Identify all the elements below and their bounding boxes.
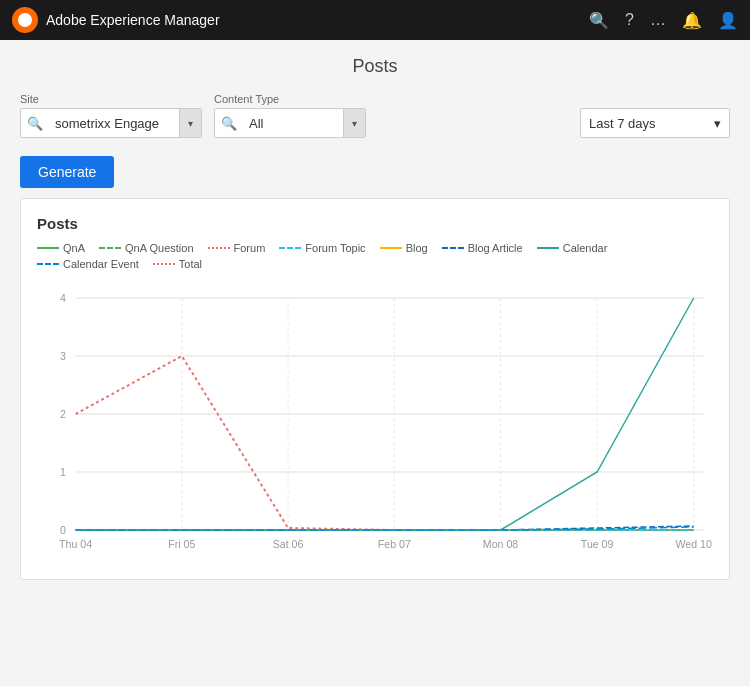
legend-label-calendar: Calendar (563, 242, 608, 254)
site-input[interactable] (49, 116, 179, 131)
nav-icons-area: 🔍 ? … 🔔 👤 (589, 11, 738, 30)
legend-label-blog: Blog (406, 242, 428, 254)
svg-text:Mon 08: Mon 08 (483, 538, 518, 550)
svg-text:0: 0 (60, 524, 66, 536)
page-title: Posts (20, 56, 730, 77)
legend-line-forum (208, 247, 230, 249)
bell-icon[interactable]: 🔔 (682, 11, 702, 30)
content-type-dropdown-btn[interactable]: ▾ (343, 109, 365, 137)
aem-logo (12, 7, 38, 33)
legend-item-blog-article: Blog Article (442, 242, 523, 254)
legend-line-calendar-event (37, 263, 59, 265)
legend-line-calendar (537, 247, 559, 249)
top-nav: Adobe Experience Manager 🔍 ? … 🔔 👤 (0, 0, 750, 40)
content-type-filter-group: Content Type 🔍 ▾ (214, 93, 366, 138)
date-range-value: Last 7 days (589, 116, 656, 131)
site-filter-group: Site 🔍 ▾ (20, 93, 202, 138)
main-content: Posts Site 🔍 ▾ Content Type 🔍 ▾ Last 7 d… (0, 40, 750, 596)
chart-card: Posts QnA QnA Question Forum Forum Topic (20, 198, 730, 580)
legend-label-forum: Forum (234, 242, 266, 254)
legend-line-qna (37, 247, 59, 249)
svg-text:3: 3 (60, 350, 66, 362)
svg-text:Thu 04: Thu 04 (59, 538, 92, 550)
total-line (76, 356, 694, 530)
aem-logo-inner (18, 13, 32, 27)
legend-line-forum-topic (279, 247, 301, 249)
site-filter-label: Site (20, 93, 202, 105)
svg-text:4: 4 (60, 292, 66, 304)
date-range-select[interactable]: Last 7 days ▾ (580, 108, 730, 138)
chart-legend: QnA QnA Question Forum Forum Topic Blog … (37, 242, 713, 270)
content-type-input-wrap: 🔍 ▾ (214, 108, 366, 138)
legend-item-calendar: Calendar (537, 242, 608, 254)
app-title: Adobe Experience Manager (46, 12, 220, 28)
filters-row: Site 🔍 ▾ Content Type 🔍 ▾ Last 7 days ▾ (20, 93, 730, 138)
legend-item-blog: Blog (380, 242, 428, 254)
chart-svg-wrap: 0 1 2 3 4 (37, 280, 713, 563)
legend-item-total: Total (153, 258, 202, 270)
site-filter-input-wrap: 🔍 ▾ (20, 108, 202, 138)
legend-item-forum-topic: Forum Topic (279, 242, 365, 254)
svg-text:Sat 06: Sat 06 (273, 538, 304, 550)
legend-line-qna-question (99, 247, 121, 249)
legend-label-forum-topic: Forum Topic (305, 242, 365, 254)
help-icon[interactable]: ? (625, 11, 634, 29)
content-type-label: Content Type (214, 93, 366, 105)
user-icon[interactable]: 👤 (718, 11, 738, 30)
apps-icon[interactable]: … (650, 11, 666, 29)
nav-logo-area: Adobe Experience Manager (12, 7, 220, 33)
site-search-icon: 🔍 (21, 116, 49, 131)
legend-label-blog-article: Blog Article (468, 242, 523, 254)
chart-title: Posts (37, 215, 713, 232)
svg-text:2: 2 (60, 408, 66, 420)
date-range-chevron-icon: ▾ (714, 116, 721, 131)
generate-button[interactable]: Generate (20, 156, 114, 188)
legend-item-forum: Forum (208, 242, 266, 254)
svg-text:1: 1 (60, 466, 66, 478)
legend-item-qna: QnA (37, 242, 85, 254)
legend-label-calendar-event: Calendar Event (63, 258, 139, 270)
content-type-input[interactable] (243, 116, 343, 131)
search-icon[interactable]: 🔍 (589, 11, 609, 30)
svg-text:Wed 10: Wed 10 (676, 538, 712, 550)
legend-item-qna-question: QnA Question (99, 242, 194, 254)
legend-label-qna: QnA (63, 242, 85, 254)
svg-text:Tue 09: Tue 09 (581, 538, 614, 550)
legend-label-qna-question: QnA Question (125, 242, 194, 254)
legend-line-blog (380, 247, 402, 249)
svg-text:Feb 07: Feb 07 (378, 538, 411, 550)
site-dropdown-btn[interactable]: ▾ (179, 109, 201, 137)
svg-text:Fri 05: Fri 05 (168, 538, 195, 550)
content-type-search-icon: 🔍 (215, 116, 243, 131)
legend-item-calendar-event: Calendar Event (37, 258, 139, 270)
legend-line-blog-article (442, 247, 464, 249)
chart-svg: 0 1 2 3 4 (37, 280, 713, 560)
legend-label-total: Total (179, 258, 202, 270)
legend-line-total (153, 263, 175, 265)
